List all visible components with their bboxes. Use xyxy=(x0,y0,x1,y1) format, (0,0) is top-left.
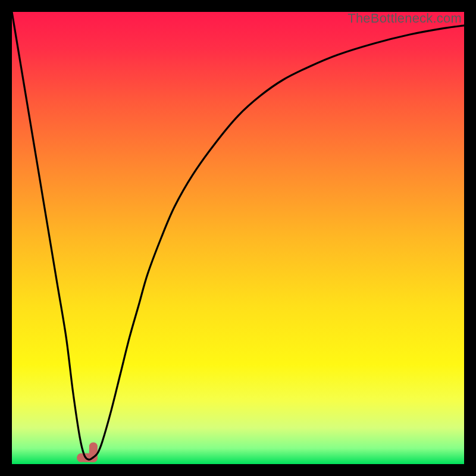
bottleneck-chart xyxy=(12,12,464,464)
watermark-text: TheBottleneck.com xyxy=(347,11,462,26)
gradient-background xyxy=(12,12,464,464)
chart-frame: TheBottleneck.com xyxy=(12,12,464,464)
